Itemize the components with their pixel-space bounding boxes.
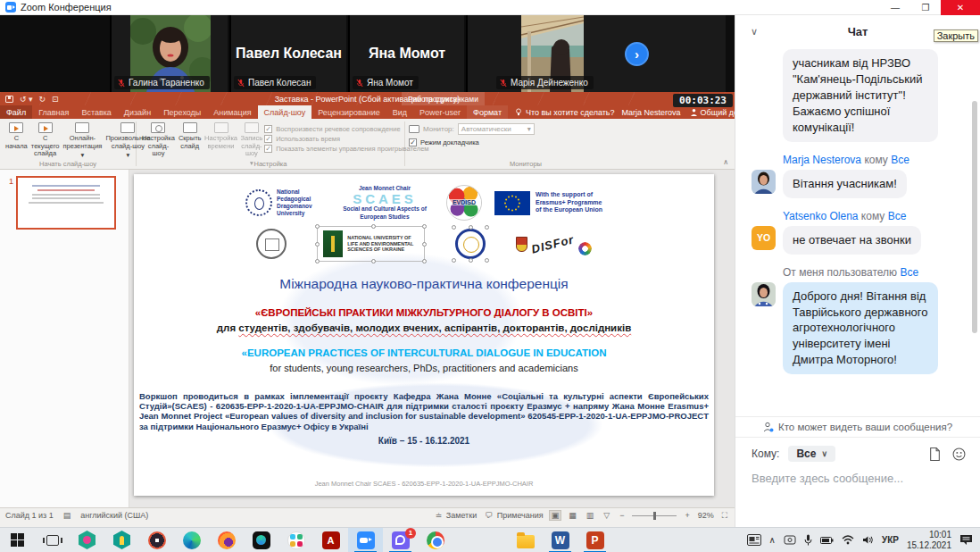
logo-kuli-selected[interactable] xyxy=(455,229,486,259)
checkbox-use-timings: Использовать время xyxy=(264,135,428,143)
spellcheck-icon[interactable]: ▤ xyxy=(62,511,73,520)
group-label: Настройка xyxy=(137,160,404,168)
taskbar-app-word[interactable]: W xyxy=(543,528,577,552)
slideshow-view-icon[interactable]: ▽ xyxy=(602,511,611,520)
tab-slideshow[interactable]: Слайд-шоу xyxy=(258,105,312,119)
fit-to-window-icon[interactable]: ⛶ xyxy=(720,511,729,521)
tab-file[interactable]: Файл xyxy=(0,105,32,119)
meeting-timer: 00:03:23 xyxy=(673,94,733,107)
powerpoint-icon: P xyxy=(586,531,604,549)
taskbar-app-powerpoint[interactable]: P xyxy=(577,528,612,552)
participant-tile-pavel[interactable]: Павел Колесан Павел Колесан xyxy=(229,15,346,92)
taskbar-app-explorer[interactable] xyxy=(508,528,543,552)
next-participants-button[interactable]: › xyxy=(625,42,649,66)
monitor-dropdown[interactable]: Автоматически▾ xyxy=(458,123,535,135)
recipient-dropdown[interactable]: Все∨ xyxy=(788,446,835,462)
zoom-in-icon[interactable]: + xyxy=(683,511,691,520)
emoji-icon[interactable] xyxy=(952,447,966,461)
tab-animations[interactable]: Анимация xyxy=(207,105,257,119)
tab-review[interactable]: Рецензирование xyxy=(311,105,386,119)
slideshow-play-icon xyxy=(9,122,23,133)
from-current-slide-button[interactable]: С текущего слайда xyxy=(29,121,62,159)
disfor-swirl-icon xyxy=(578,242,592,255)
zoom-slider-thumb[interactable] xyxy=(653,512,656,520)
taskbar-app-slack[interactable] xyxy=(278,528,313,552)
account-name[interactable]: Marja Nesterova xyxy=(622,108,681,117)
language-indicator[interactable]: английский (США) xyxy=(80,511,148,520)
chat-scrollbar[interactable] xyxy=(972,101,977,333)
zoom-out-icon[interactable]: − xyxy=(618,511,626,520)
close-button[interactable]: ✕ xyxy=(941,0,980,15)
privacy-note[interactable]: Кто может видеть ваши сообщения? xyxy=(735,416,980,438)
dropdown-arrow-icon: ▾ xyxy=(81,152,85,160)
taskbar-app-media[interactable] xyxy=(139,528,174,552)
taskbar-app-zoom[interactable] xyxy=(348,528,383,552)
from-beginning-button[interactable]: С начала xyxy=(4,121,29,151)
hide-slide-button[interactable]: Скрыть слайд xyxy=(177,121,203,151)
slide-sorter-icon[interactable]: ▦ xyxy=(567,511,578,520)
tab-insert[interactable]: Вставка xyxy=(75,105,117,119)
acrobat-icon: A xyxy=(322,531,340,549)
slide-thumbnail[interactable] xyxy=(16,176,116,230)
maximize-button[interactable]: ❐ xyxy=(910,0,941,15)
edge-icon xyxy=(183,531,201,549)
checkbox-presenter-view[interactable]: Режим докладчика xyxy=(409,138,479,146)
evdisd-wordmark: EVDISD xyxy=(447,199,481,205)
chevron-down-icon[interactable]: ∨ xyxy=(751,26,758,38)
tab-home[interactable]: Главная xyxy=(32,105,75,119)
minimize-button[interactable]: — xyxy=(880,0,910,15)
participant-tile-maria[interactable]: Марія Дейнеженко xyxy=(466,15,726,92)
powerpoint-window: ↺ ▾ ↻ ⊡ Заставка - PowerPoint (Сбой акти… xyxy=(0,92,735,527)
tab-view[interactable]: Вид xyxy=(386,105,413,119)
taskbar-app-chrome[interactable] xyxy=(418,528,453,552)
participant-name: Яна Момот xyxy=(367,78,413,88)
task-view-button[interactable] xyxy=(35,528,70,552)
taskbar-clock[interactable]: 10:01 15.12.2021 xyxy=(907,530,951,551)
taskbar-app-viber[interactable]: 1 xyxy=(383,528,418,552)
tab-power-user[interactable]: Power-user xyxy=(413,105,467,119)
chat-message-input[interactable] xyxy=(752,472,966,485)
setup-slideshow-button[interactable]: Настройка слайд-шоу xyxy=(140,121,177,159)
tab-format[interactable]: Формат xyxy=(467,105,508,119)
taskbar-app-acrobat[interactable]: A xyxy=(313,528,348,552)
reading-view-icon[interactable]: ▥ xyxy=(585,511,596,520)
comments-button[interactable]: 🗩 Примечания xyxy=(483,511,543,520)
online-presentation-button[interactable]: Онлайн-презентация▾ xyxy=(61,121,104,161)
normal-view-icon[interactable]: ▣ xyxy=(550,511,561,520)
participant-tile-galyna[interactable]: Галина Тараненко xyxy=(110,15,228,92)
group-label: Мониторы xyxy=(405,160,646,168)
battery-icon[interactable] xyxy=(820,536,834,545)
wifi-icon[interactable] xyxy=(842,535,854,545)
logo-nules-selected[interactable]: NATIONAL UNIVERSITY OF LIFE AND ENVIRONM… xyxy=(317,226,425,262)
monitor-icon xyxy=(409,125,419,133)
action-center-icon[interactable] xyxy=(959,534,973,546)
checkbox-icon xyxy=(264,135,272,143)
participant-tile-yana[interactable]: Яна Момот Яна Момот xyxy=(348,15,464,92)
taskbar-app-password-manager[interactable] xyxy=(104,528,139,552)
collapse-ribbon-icon[interactable]: ∧ xyxy=(723,158,728,166)
zoom-slider[interactable] xyxy=(632,515,677,516)
tell-me-box[interactable]: Что вы хотите сделать? xyxy=(508,105,622,119)
taskbar-app-edge[interactable] xyxy=(174,528,209,552)
tab-design[interactable]: Дизайн xyxy=(118,105,157,119)
microphone-icon[interactable] xyxy=(804,534,812,546)
tab-transitions[interactable]: Переходы xyxy=(157,105,207,119)
taskbar-app-antivirus[interactable] xyxy=(70,528,104,552)
taskbar-app-firefox[interactable] xyxy=(209,528,244,552)
wireless-display-icon[interactable] xyxy=(784,535,796,546)
file-attach-icon[interactable] xyxy=(929,447,941,461)
news-widget-icon[interactable] xyxy=(747,534,761,546)
chat-message-list[interactable]: учасникам від НРЗВО "Кам'янець-Подільськ… xyxy=(735,47,980,416)
volume-icon[interactable] xyxy=(862,535,874,545)
slide-audience-en: for students, young researchers, PhDs, p… xyxy=(134,363,714,373)
notes-button[interactable]: ≐ Заметки xyxy=(434,511,478,520)
start-button[interactable] xyxy=(0,528,35,552)
taskbar-app-webex[interactable] xyxy=(244,528,278,552)
show-hidden-icons-chevron[interactable]: ∧ xyxy=(769,535,776,545)
keyboard-language[interactable]: УКР xyxy=(882,535,899,545)
slide-canvas[interactable]: National Pedagogical Dragomanov Universi… xyxy=(134,174,714,496)
chat-title: Чат xyxy=(848,25,868,38)
checkbox-icon xyxy=(264,125,272,133)
zoom-level[interactable]: 92% xyxy=(698,511,714,520)
scaes-wordmark: SCAES xyxy=(336,192,434,205)
